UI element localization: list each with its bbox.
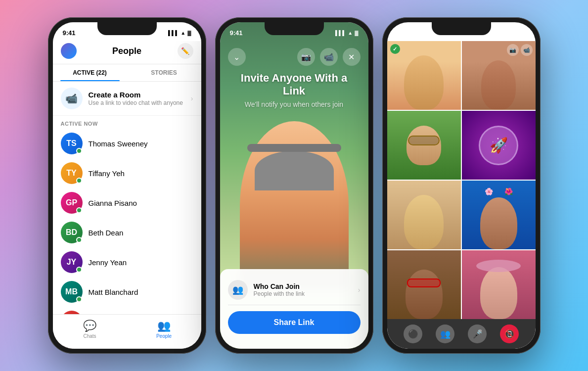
compose-button[interactable]: ✏️ [178, 43, 193, 59]
battery-icon-2: ▓ [355, 30, 358, 36]
invite-subtitle: We'll notify you when others join [230, 100, 359, 108]
phone-2: 9:41 ▌▌▌ ▲ ▓ ⌄ 📷 📹 ✕ Invite Anyone With … [215, 17, 373, 354]
header-avatar[interactable] [61, 43, 77, 59]
hat-brim [247, 144, 341, 152]
tab-stories[interactable]: STORIES [127, 64, 201, 81]
nav-chats[interactable]: 💬 Chats [53, 318, 127, 339]
bottom-nav-1: 💬 Chats 👥 People [53, 314, 201, 349]
phone-3-screen: 9:41 ▌▌▌ ▲ ▓ ✓ 📷 📹 [387, 22, 536, 349]
people-icon: 👥 [157, 320, 171, 332]
contact-row-thomas[interactable]: TS Thomas Sweeney [53, 129, 201, 158]
tab-active[interactable]: ACTIVE (22) [53, 64, 127, 81]
video-cell-2: 📷 📹 [462, 41, 536, 110]
video-icon-2: 📹 [521, 44, 533, 56]
wifi-icon: ▲ [181, 30, 185, 36]
avatar-wrap-beth: BD [61, 222, 83, 243]
video-cell-1: ✓ [387, 41, 461, 110]
video-cell-8 [462, 250, 536, 319]
who-join-subtitle: People with the link [254, 290, 358, 297]
contact-row-gianna[interactable]: GP Gianna Pisano [53, 188, 201, 218]
video-cell-5 [387, 181, 461, 249]
video-cell-3 [387, 111, 461, 180]
active-now-label: ACTIVE NOW [53, 116, 201, 129]
online-dot-gianna [76, 207, 82, 213]
contact-row-jenny[interactable]: JY Jenny Yean [53, 247, 201, 277]
invite-title: Invite Anyone With a Link [230, 72, 359, 97]
create-room-text: Create a Room Use a link to video chat w… [89, 91, 191, 106]
cam-icon-2: 📷 [507, 44, 519, 56]
nav-people[interactable]: 👥 People [127, 318, 201, 339]
phone-1-screen: 9:41 ▌▌▌ ▲ ▓ People ✏️ ACTIVE (22) STORI… [53, 22, 201, 349]
status-icons-1: ▌▌▌ ▲ ▓ [168, 30, 191, 36]
face-5 [387, 181, 461, 249]
time-3: 9:41 [397, 29, 410, 37]
microphone-button-3[interactable]: 🎤 [468, 325, 487, 343]
avatar-wrap-thomas: TS [61, 133, 83, 154]
wifi-icon-2: ▲ [348, 30, 353, 36]
chevron-right-icon: › [191, 94, 193, 102]
time-1: 9:41 [63, 29, 76, 37]
notch-1 [97, 22, 157, 35]
create-room-title: Create a Room [89, 91, 191, 99]
video-cell-7 [387, 250, 461, 319]
online-dot-matt [76, 296, 82, 302]
avatar-wrap-jenny: JY [61, 251, 83, 273]
online-dot-tiffany [76, 178, 82, 184]
create-room-icon: 📹 [61, 88, 83, 109]
phone-1: 9:41 ▌▌▌ ▲ ▓ People ✏️ ACTIVE (22) STORI… [48, 17, 206, 354]
page-title: People [77, 46, 178, 56]
people-label: People [156, 333, 172, 339]
face-6: 🌸 🌺 [462, 181, 536, 249]
avatar-wrap-tiffany: TY [61, 162, 83, 184]
invite-bottom-panel: 👥 Who Can Join People with the link › Sh… [220, 269, 368, 349]
tab-bar: ACTIVE (22) STORIES [53, 64, 201, 82]
avatar-wrap-gianna: GP [61, 192, 83, 214]
camera-flip-button-3[interactable]: ⚫ [404, 325, 422, 343]
online-dot-thomas [76, 148, 82, 154]
phone-2-screen: 9:41 ▌▌▌ ▲ ▓ ⌄ 📷 📹 ✕ Invite Anyone With … [220, 22, 368, 349]
online-dot-jenny [76, 267, 82, 273]
video-cell-4: 🚀 [462, 111, 536, 180]
battery-icon-3: ▓ [522, 30, 525, 36]
chats-label: Chats [83, 333, 96, 339]
check-icon-1: ✓ [390, 44, 400, 54]
signal-icon: ▌▌▌ [168, 30, 179, 36]
who-join-icon: 👥 [228, 280, 248, 300]
chevron-right-icon-2: › [358, 286, 361, 294]
share-link-button[interactable]: Share Link [228, 311, 361, 334]
phone-3: 9:41 ▌▌▌ ▲ ▓ ✓ 📷 📹 [382, 17, 541, 354]
end-call-button-3[interactable]: 📵 [500, 325, 519, 343]
contact-name-matt: Matt Blanchard [89, 288, 138, 296]
invite-overlay: Invite Anyone With a Link We'll notify y… [220, 62, 368, 118]
cam-overlay-2: 📷 📹 [507, 44, 533, 56]
face-4: 🚀 [462, 111, 536, 180]
face-7 [387, 250, 461, 319]
status-icons-3: ▌▌▌ ▲ ▓ [502, 30, 525, 36]
contact-name-jenny: Jenny Yean [89, 258, 127, 267]
status-bar-3: 9:41 ▌▌▌ ▲ ▓ [387, 22, 536, 41]
contact-row-tiffany[interactable]: TY Tiffany Yeh [53, 158, 201, 188]
avatar-wrap-matt: MB [61, 281, 83, 303]
create-room-subtitle: Use a link to video chat with anyone [89, 99, 191, 106]
bottom-controls-3: ⚫ 👥 🎤 📵 [387, 319, 536, 349]
signal-icon-3: ▌▌▌ [502, 30, 513, 36]
time-2: 9:41 [230, 29, 243, 37]
wifi-icon-3: ▲ [515, 30, 520, 36]
status-icons-2: ▌▌▌ ▲ ▓ [335, 30, 358, 36]
who-join-title: Who Can Join [254, 282, 358, 290]
who-can-join-row[interactable]: 👥 Who Can Join People with the link › [228, 275, 361, 305]
contact-name-thomas: Thomas Sweeney [89, 139, 148, 148]
contact-name-beth: Beth Dean [89, 229, 124, 237]
chats-icon: 💬 [83, 320, 96, 332]
video-cell-6: 🌸 🌺 [462, 181, 536, 249]
contact-row-matt[interactable]: MB Matt Blanchard [53, 277, 201, 307]
contact-row-beth[interactable]: BD Beth Dean [53, 218, 201, 247]
status-bar-2: 9:41 ▌▌▌ ▲ ▓ [220, 22, 368, 41]
contact-name-gianna: Gianna Pisano [89, 199, 137, 207]
hat [255, 151, 334, 190]
video-grid: ✓ 📷 📹 [387, 41, 536, 319]
who-join-text: Who Can Join People with the link [254, 282, 358, 297]
people-button-3[interactable]: 👥 [436, 325, 454, 343]
signal-icon-2: ▌▌▌ [335, 30, 346, 36]
create-room-row[interactable]: 📹 Create a Room Use a link to video chat… [53, 82, 201, 116]
